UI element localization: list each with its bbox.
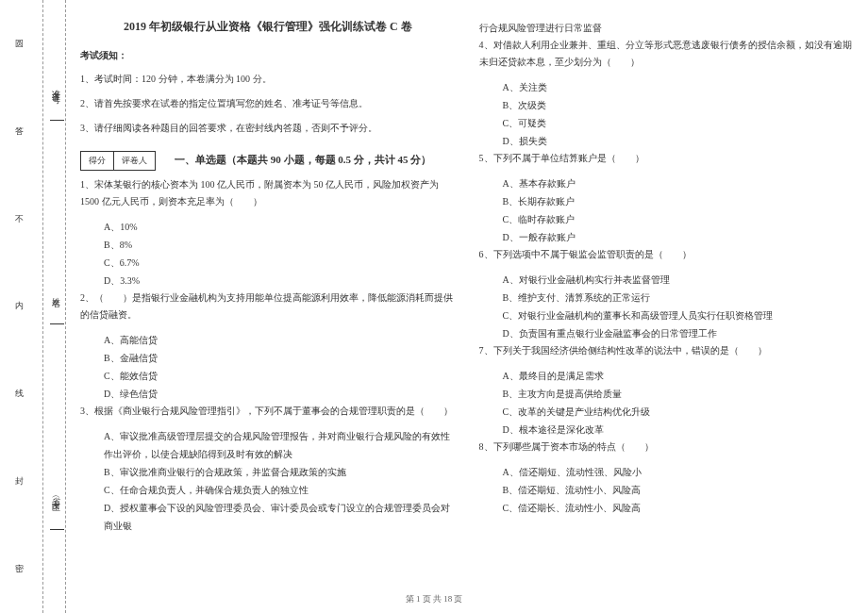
region-input-line xyxy=(50,502,64,530)
student-info-fields: 准考证号 姓名 省（市区） xyxy=(47,0,66,613)
exam-id-label: 准考证号 xyxy=(50,83,62,91)
score-label: 得分 xyxy=(81,152,114,170)
question-3: 3、根据《商业银行合规风险管理指引》，下列不属于董事会的合规管理职责的是（ ） xyxy=(80,403,456,420)
question-4: 4、对借款人利用企业兼并、重组、分立等形式恶意逃废银行债务的授信余额，如没有逾期… xyxy=(479,37,855,71)
question-6: 6、下列选项中不属于银监会监管职责的是（ ） xyxy=(479,246,855,263)
binding-seal-labels: 圆 答 不 内 线 封 密 xyxy=(9,0,28,613)
binding-margin: 圆 答 不 内 线 封 密 准考证号 姓名 省（市区） xyxy=(0,0,66,613)
q7-option-b: B、主攻方向是提高供给质量 xyxy=(503,385,855,403)
binding-char: 圆 xyxy=(15,38,24,50)
q2-option-d: D、绿色信贷 xyxy=(104,385,456,403)
q4-option-a: A、关注类 xyxy=(503,78,855,96)
binding-char: 内 xyxy=(15,300,24,312)
q7-option-c: C、改革的关键是产业结构优化升级 xyxy=(503,403,855,421)
q2-option-a: A、高能信贷 xyxy=(104,331,456,349)
q5-option-c: C、临时存款账户 xyxy=(503,210,855,228)
binding-char: 密 xyxy=(15,563,24,575)
section-title: 一、单选题（本题共 90 小题，每题 0.5 分，共计 45 分） xyxy=(175,153,431,167)
q4-option-b: B、次级类 xyxy=(503,96,855,114)
q4-option-d: D、损失类 xyxy=(503,132,855,150)
question-2: 2、（ ）是指银行业金融机构为支持用能单位提高能源利用效率，降低能源消耗而提供的… xyxy=(80,290,456,323)
q3-option-d: D、授权董事会下设的风险管理委员会、审计委员会或专门设立的合规管理委员会对商业银 xyxy=(104,499,456,535)
binding-char: 封 xyxy=(15,475,24,488)
notice-item: 1、考试时间：120 分钟，本卷满分为 100 分。 xyxy=(80,72,456,87)
q6-option-d: D、负责国有重点银行业金融监事会的日常管理工作 xyxy=(503,324,855,342)
q1-option-c: C、6.7% xyxy=(104,254,456,272)
q4-option-c: C、可疑类 xyxy=(503,114,855,132)
q2-option-c: C、能效信贷 xyxy=(104,367,456,385)
q5-option-a: A、基本存款账户 xyxy=(503,174,855,192)
exam-title: 2019 年初级银行从业资格《银行管理》强化训练试卷 C 卷 xyxy=(80,19,456,35)
exam-id-input-line xyxy=(50,92,64,121)
name-label: 姓名 xyxy=(50,290,62,294)
q7-option-d: D、根本途径是深化改革 xyxy=(503,421,855,439)
name-input-line xyxy=(50,296,64,324)
q3-continuation: 行合规风险管理进行日常监督 xyxy=(479,19,855,37)
q3-option-a: A、审议批准高级管理层提交的合规风险管理报告，并对商业银行合规风险的有效性作出评… xyxy=(104,427,456,463)
q1-option-a: A、10% xyxy=(104,218,456,236)
page-footer: 第 1 页 共 18 页 xyxy=(0,593,868,605)
q3-option-b: B、审议批准商业银行的合规政策，并监督合规政策的实施 xyxy=(104,463,456,481)
q6-option-a: A、对银行业金融机构实行并表监督管理 xyxy=(503,271,855,289)
question-7: 7、下列关于我国经济供给侧结构性改革的说法中，错误的是（ ） xyxy=(479,342,855,359)
q1-option-b: B、8% xyxy=(104,236,456,254)
q1-option-d: D、3.3% xyxy=(104,272,456,290)
binding-char: 线 xyxy=(15,388,24,400)
question-1: 1、宋体某银行的核心资本为 100 亿人民币，附属资本为 50 亿人民币，风险加… xyxy=(80,176,456,210)
notice-heading: 考试须知： xyxy=(80,49,456,62)
q5-option-d: D、一般存款账户 xyxy=(503,228,855,246)
q2-option-b: B、金融信贷 xyxy=(104,349,456,367)
right-column: 行合规风险管理进行日常监督 4、对借款人利用企业兼并、重组、分立等形式恶意逃废银… xyxy=(479,19,855,585)
q6-option-c: C、对银行业金融机构的董事长和高级管理人员实行任职资格管理 xyxy=(503,306,855,324)
q3-option-c: C、任命合规负责人，并确保合规负责人的独立性 xyxy=(104,481,456,499)
question-8: 8、下列哪些属于资本市场的特点（ ） xyxy=(479,439,855,456)
q8-option-a: A、偿还期短、流动性强、风险小 xyxy=(503,463,855,481)
binding-char: 答 xyxy=(15,125,24,138)
exam-content: 2019 年初级银行从业资格《银行管理》强化训练试卷 C 卷 考试须知： 1、考… xyxy=(66,0,868,613)
left-column: 2019 年初级银行从业资格《银行管理》强化训练试卷 C 卷 考试须知： 1、考… xyxy=(80,19,456,585)
q6-option-b: B、维护支付、清算系统的正常运行 xyxy=(503,289,855,306)
q8-option-b: B、偿还期短、流动性小、风险高 xyxy=(503,481,855,499)
grader-label: 评卷人 xyxy=(114,152,155,170)
region-label: 省（市区） xyxy=(50,490,62,500)
q5-option-b: B、长期存款账户 xyxy=(503,192,855,210)
notice-item: 2、请首先按要求在试卷的指定位置填写您的姓名、准考证号等信息。 xyxy=(80,96,456,111)
score-box: 得分 评卷人 xyxy=(80,151,156,171)
question-5: 5、下列不属于单位结算账户是（ ） xyxy=(479,150,855,167)
notice-item: 3、请仔细阅读各种题目的回答要求，在密封线内答题，否则不予评分。 xyxy=(80,121,456,136)
q8-option-c: C、偿还期长、流动性小、风险高 xyxy=(503,499,855,517)
q7-option-a: A、最终目的是满足需求 xyxy=(503,367,855,385)
binding-char: 不 xyxy=(15,213,24,225)
